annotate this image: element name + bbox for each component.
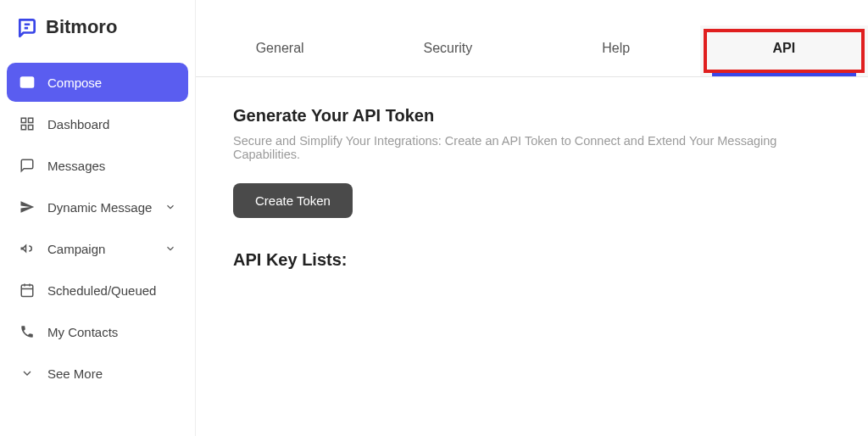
- tab-label: API: [773, 41, 796, 55]
- sidebar-item-label: Messages: [47, 159, 176, 173]
- phone-icon: [19, 323, 36, 340]
- svg-rect-5: [21, 285, 33, 297]
- svg-rect-3: [21, 126, 25, 130]
- main-content: General Security Help API Generate Your …: [195, 0, 868, 436]
- tab-label: Security: [423, 41, 472, 55]
- tab-label: General: [256, 41, 304, 55]
- tab-help[interactable]: Help: [532, 25, 700, 76]
- sidebar-item-label: Compose: [47, 75, 176, 90]
- sidebar-item-dynamic-message[interactable]: Dynamic Message: [7, 187, 188, 226]
- api-section: Generate Your API Token Secure and Simpl…: [196, 77, 868, 299]
- brand-logo-icon: [15, 15, 39, 39]
- api-key-list-title: API Key Lists:: [233, 250, 831, 270]
- brand-name: Bitmoro: [46, 16, 117, 38]
- campaign-icon: [19, 240, 36, 257]
- svg-rect-1: [21, 118, 25, 122]
- sidebar: Bitmoro Compose Dashboard Messages Dynam…: [0, 0, 195, 436]
- tab-security[interactable]: Security: [364, 25, 531, 76]
- sidebar-item-messages[interactable]: Messages: [7, 146, 188, 185]
- brand-logo: Bitmoro: [7, 15, 188, 63]
- chevron-down-icon: [164, 201, 176, 213]
- mail-icon: [19, 74, 36, 91]
- svg-rect-2: [29, 118, 33, 122]
- tab-api[interactable]: API: [700, 25, 868, 76]
- message-icon: [19, 157, 36, 174]
- grid-icon: [19, 115, 36, 132]
- create-token-button[interactable]: Create Token: [233, 183, 353, 218]
- send-icon: [19, 198, 36, 215]
- api-section-title: Generate Your API Token: [233, 106, 831, 126]
- sidebar-item-see-more[interactable]: See More: [7, 354, 188, 393]
- tab-label: Help: [602, 41, 630, 55]
- sidebar-item-label: See More: [47, 366, 176, 381]
- sidebar-item-scheduled[interactable]: Scheduled/Queued: [7, 271, 188, 310]
- chevron-down-icon: [19, 365, 36, 382]
- sidebar-item-dashboard[interactable]: Dashboard: [7, 104, 188, 143]
- api-section-subtitle: Secure and Simplify Your Integrations: C…: [233, 134, 831, 161]
- sidebar-item-label: Dynamic Message: [47, 200, 153, 215]
- sidebar-item-label: Dashboard: [47, 117, 176, 131]
- settings-tabbar: General Security Help API: [196, 0, 868, 77]
- sidebar-item-compose[interactable]: Compose: [7, 63, 188, 102]
- sidebar-item-label: Campaign: [47, 242, 153, 256]
- sidebar-item-label: My Contacts: [47, 325, 176, 339]
- svg-rect-4: [29, 126, 33, 130]
- sidebar-item-label: Scheduled/Queued: [47, 283, 176, 298]
- chevron-down-icon: [164, 243, 176, 254]
- calendar-icon: [19, 282, 36, 299]
- tab-general[interactable]: General: [196, 25, 364, 76]
- sidebar-item-contacts[interactable]: My Contacts: [7, 312, 188, 351]
- sidebar-item-campaign[interactable]: Campaign: [7, 229, 188, 268]
